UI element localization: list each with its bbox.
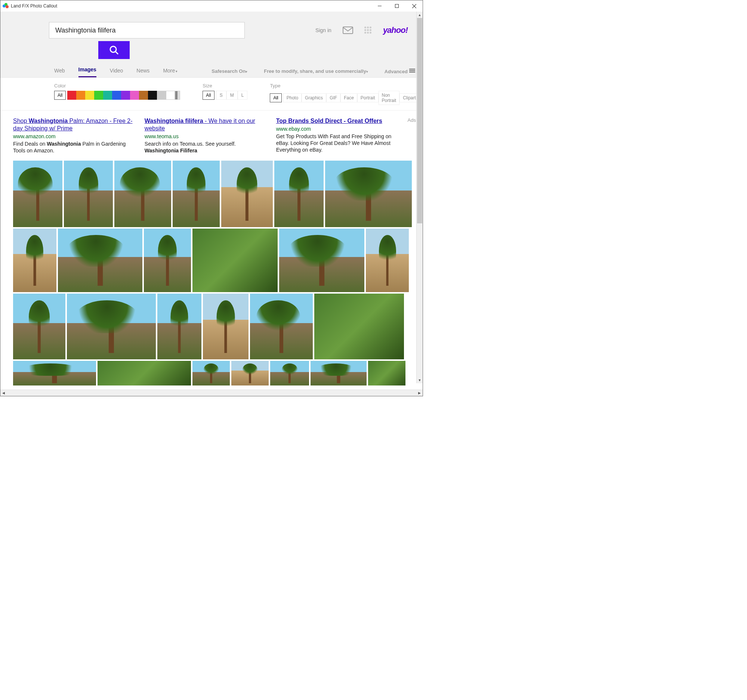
search-input[interactable] bbox=[54, 26, 239, 35]
color-swatch[interactable] bbox=[103, 91, 112, 100]
image-result-thumb[interactable] bbox=[58, 229, 142, 292]
image-result-thumb[interactable] bbox=[144, 229, 191, 292]
image-result-thumb[interactable] bbox=[98, 361, 191, 385]
advanced-link[interactable]: Advanced bbox=[384, 68, 415, 74]
color-swatch[interactable] bbox=[175, 91, 180, 100]
color-swatch[interactable] bbox=[157, 91, 166, 100]
ad-domain: www.amazon.com bbox=[13, 133, 136, 139]
scroll-thumb[interactable] bbox=[417, 18, 422, 223]
image-result-thumb[interactable] bbox=[221, 161, 273, 227]
image-result-thumb[interactable] bbox=[231, 361, 269, 385]
image-result-thumb[interactable] bbox=[13, 161, 62, 227]
ad-title-link[interactable]: Shop Washingtonia Palm: Amazon - Free 2-… bbox=[13, 118, 133, 131]
type-option[interactable]: Non Portrait bbox=[378, 91, 400, 105]
tab-more[interactable]: More▾ bbox=[163, 68, 177, 77]
color-swatch[interactable] bbox=[67, 91, 76, 100]
image-result-thumb[interactable] bbox=[13, 229, 56, 292]
svg-line-6 bbox=[115, 51, 118, 54]
image-result-thumb[interactable] bbox=[67, 294, 156, 359]
yahoo-logo[interactable]: yahoo! bbox=[383, 26, 408, 35]
image-result-thumb[interactable] bbox=[314, 294, 404, 359]
image-result-thumb[interactable] bbox=[366, 229, 409, 292]
window-title: Land F/X Photo Callout bbox=[11, 3, 57, 9]
type-option[interactable]: GIF bbox=[326, 94, 340, 103]
type-label: Type bbox=[270, 83, 423, 89]
mail-icon[interactable] bbox=[343, 27, 353, 34]
size-option[interactable]: L bbox=[238, 91, 248, 100]
image-result-thumb[interactable] bbox=[114, 161, 171, 227]
tab-news[interactable]: News bbox=[136, 68, 150, 77]
tab-images[interactable]: Images bbox=[79, 66, 97, 77]
type-filter: Type All PhotoGraphicsGIFFacePortraitNon… bbox=[270, 83, 423, 105]
apps-grid-icon[interactable] bbox=[364, 27, 372, 34]
color-swatch[interactable] bbox=[94, 91, 103, 100]
search-button[interactable] bbox=[98, 41, 130, 59]
svg-rect-4 bbox=[343, 27, 353, 34]
image-result-thumb[interactable] bbox=[310, 361, 367, 385]
image-result-thumb[interactable] bbox=[368, 361, 405, 385]
horizontal-scrollbar[interactable]: ◀ ▶ bbox=[0, 389, 423, 396]
image-result-thumb[interactable] bbox=[13, 294, 65, 359]
tab-web[interactable]: Web bbox=[54, 68, 65, 77]
color-swatch[interactable] bbox=[148, 91, 157, 100]
scroll-left-arrow[interactable]: ◀ bbox=[0, 390, 7, 396]
image-result-thumb[interactable] bbox=[325, 161, 412, 227]
color-swatch[interactable] bbox=[166, 91, 175, 100]
color-filter: Color All bbox=[54, 83, 180, 105]
maximize-button[interactable] bbox=[388, 0, 405, 12]
type-all-button[interactable]: All bbox=[270, 94, 281, 103]
size-all-button[interactable]: All bbox=[203, 91, 214, 100]
sign-in-link[interactable]: Sign in bbox=[315, 27, 331, 33]
ad-title-link[interactable]: Top Brands Sold Direct - Great Offers bbox=[276, 118, 382, 124]
image-result-thumb[interactable] bbox=[250, 294, 313, 359]
image-result-thumb[interactable] bbox=[203, 294, 248, 359]
color-label: Color bbox=[54, 83, 180, 89]
titlebar: Land F/X Photo Callout bbox=[0, 0, 423, 12]
color-swatch[interactable] bbox=[139, 91, 148, 100]
ad-block: Top Brands Sold Direct - Great Offerswww… bbox=[276, 117, 399, 154]
image-result-thumb[interactable] bbox=[172, 161, 220, 227]
scroll-up-arrow[interactable]: ▲ bbox=[417, 12, 423, 18]
image-result-thumb[interactable] bbox=[13, 361, 96, 385]
chevron-down-icon: ▾ bbox=[175, 69, 177, 73]
close-button[interactable] bbox=[405, 0, 423, 12]
minimize-button[interactable] bbox=[371, 0, 388, 12]
ad-title-link[interactable]: Washingtonia filifera - We have it on ou… bbox=[145, 118, 255, 131]
license-filter[interactable]: Free to modify, share, and use commercia… bbox=[264, 68, 368, 74]
image-result-thumb[interactable] bbox=[157, 294, 201, 359]
image-result-thumb[interactable] bbox=[279, 229, 364, 292]
ad-description: Search info on Teoma.us. See yourself. W… bbox=[145, 140, 268, 154]
color-all-button[interactable]: All bbox=[54, 91, 66, 100]
safesearch-toggle[interactable]: Safesearch On▾ bbox=[212, 68, 247, 74]
color-swatch[interactable] bbox=[130, 91, 139, 100]
image-result-thumb[interactable] bbox=[270, 361, 309, 385]
svg-rect-1 bbox=[395, 5, 399, 8]
vertical-scrollbar[interactable]: ▲ ▼ bbox=[416, 12, 423, 383]
search-box[interactable] bbox=[49, 22, 245, 38]
image-result-thumb[interactable] bbox=[274, 161, 324, 227]
size-label: Size bbox=[203, 83, 247, 89]
color-swatch[interactable] bbox=[76, 91, 85, 100]
ad-domain: www.teoma.us bbox=[145, 133, 268, 139]
type-option[interactable]: Face bbox=[340, 94, 357, 103]
image-result-thumb[interactable] bbox=[192, 229, 278, 292]
size-filter: Size All SML bbox=[203, 83, 247, 105]
scroll-right-arrow[interactable]: ▶ bbox=[416, 390, 423, 396]
tab-video[interactable]: Video bbox=[110, 68, 123, 77]
color-swatch[interactable] bbox=[85, 91, 94, 100]
ads-label: Ads bbox=[408, 117, 416, 123]
type-option[interactable]: Graphics bbox=[302, 94, 326, 103]
ad-description: Find Deals on Washingtonia Palm in Garde… bbox=[13, 140, 136, 154]
size-option[interactable]: M bbox=[227, 91, 238, 100]
ad-block: Shop Washingtonia Palm: Amazon - Free 2-… bbox=[13, 117, 136, 154]
color-swatch[interactable] bbox=[112, 91, 121, 100]
type-option[interactable]: Photo bbox=[283, 94, 302, 103]
image-result-thumb[interactable] bbox=[192, 361, 230, 385]
type-option[interactable]: Portrait bbox=[357, 94, 378, 103]
size-option[interactable]: S bbox=[216, 91, 227, 100]
scroll-down-arrow[interactable]: ▼ bbox=[417, 377, 423, 383]
chevron-down-icon: ▾ bbox=[366, 70, 368, 74]
image-result-thumb[interactable] bbox=[64, 161, 113, 227]
page-body: Sign in yahoo! Web Images Video New bbox=[0, 12, 423, 389]
color-swatch[interactable] bbox=[121, 91, 130, 100]
